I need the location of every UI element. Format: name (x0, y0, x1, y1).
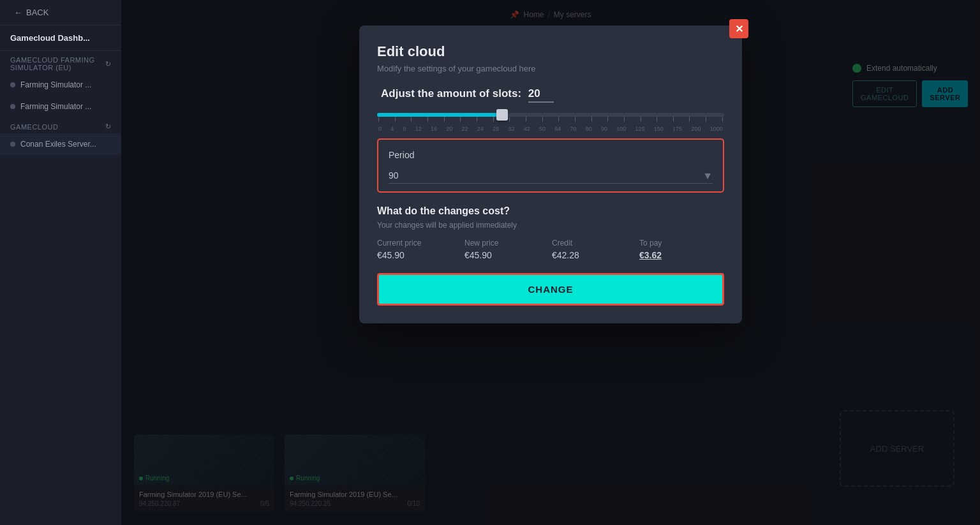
sidebar-dot-icon (10, 82, 15, 87)
back-label: BACK (26, 8, 48, 17)
slider-thumb[interactable] (496, 109, 508, 121)
sidebar-item-farming-2[interactable]: Farming Simulator ... (0, 96, 121, 117)
change-button[interactable]: CHANGE (377, 273, 724, 306)
sidebar-dot-icon (10, 104, 15, 109)
slider-track (377, 113, 724, 117)
refresh-icon-gamecloud[interactable]: ↻ (105, 122, 112, 131)
sidebar-logo: Gamecloud Dashb... (0, 26, 121, 51)
sidebar-dot-conan (10, 142, 15, 147)
cost-value-new: €45.90 (464, 250, 549, 260)
back-button[interactable]: ← BACK (0, 0, 121, 26)
slots-label: Adjust the amount of slots: 20 (377, 87, 724, 103)
modal-subtitle: Modify the settings of your gamecloud he… (377, 64, 724, 73)
period-select-wrapper: 30 60 90 180 365 ▼ (389, 168, 713, 184)
sidebar-section-farming: Gamecloud Farming Simulator (EU) ↻ (0, 51, 121, 74)
cost-header-topay: To pay (639, 239, 724, 248)
cost-new-price: New price €45.90 (464, 239, 549, 260)
slider-fill (377, 113, 502, 117)
edit-cloud-modal: ✕ Edit cloud Modify the settings of your… (359, 26, 742, 323)
period-label: Period (389, 150, 713, 160)
cost-title: What do the changes cost? (377, 205, 724, 217)
main-content: 📌 Home / My servers Extend automatically… (121, 0, 980, 525)
refresh-icon[interactable]: ↻ (105, 60, 112, 68)
period-select[interactable]: 30 60 90 180 365 (389, 168, 713, 184)
cost-value-topay: €3.62 (639, 250, 724, 260)
sidebar-section-gamecloud: Gamecloud ↻ (0, 117, 121, 133)
period-box: Period 30 60 90 180 365 ▼ (377, 138, 724, 193)
cost-subtitle: Your changes will be applied immediately (377, 221, 724, 230)
cost-header-new: New price (464, 239, 549, 248)
cost-grid: Current price €45.90 New price €45.90 Cr… (377, 239, 724, 260)
cost-value-current: €45.90 (377, 250, 462, 260)
sidebar: ← BACK Gamecloud Dashb... Gamecloud Farm… (0, 0, 121, 525)
cost-header-credit: Credit (552, 239, 637, 248)
slider-ticks: 0 4 8 12 16 20 22 24 28 32 42 50 64 70 (377, 117, 724, 132)
sidebar-item-farming-1[interactable]: Farming Simulator ... (0, 74, 121, 96)
slots-value: 20 (528, 87, 554, 103)
cost-value-credit: €42.28 (552, 250, 637, 260)
modal-overlay: ✕ Edit cloud Modify the settings of your… (121, 0, 980, 525)
modal-close-button[interactable]: ✕ (729, 19, 748, 38)
sidebar-item-conan[interactable]: Conan Exiles Server... (0, 133, 121, 155)
slots-slider[interactable]: 0 4 8 12 16 20 22 24 28 32 42 50 64 70 (377, 113, 724, 132)
cost-to-pay: To pay €3.62 (639, 239, 724, 260)
modal-title: Edit cloud (377, 43, 724, 60)
cost-header-current: Current price (377, 239, 462, 248)
cost-current-price: Current price €45.90 (377, 239, 462, 260)
cost-credit: Credit €42.28 (552, 239, 637, 260)
